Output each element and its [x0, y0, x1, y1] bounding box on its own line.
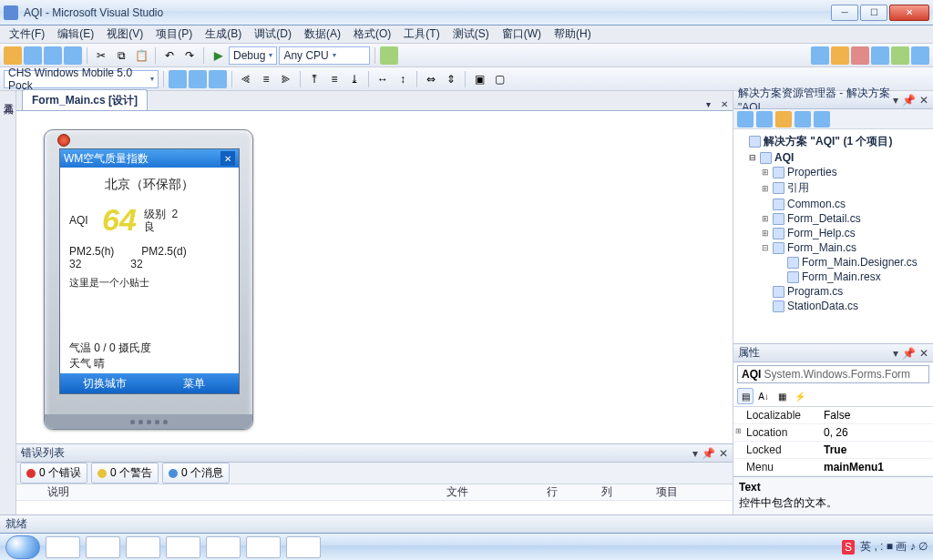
show-all-icon[interactable] [756, 111, 773, 127]
panel-dropdown-icon[interactable]: ▾ [893, 94, 898, 107]
softkey-right[interactable]: 菜单 [149, 373, 239, 393]
copy-icon[interactable]: ⧉ [112, 46, 130, 65]
cut-icon[interactable]: ✂ [92, 46, 110, 65]
tree-designer-cs[interactable]: Form_Main.Designer.cs [802, 256, 918, 269]
find-icon[interactable] [380, 46, 398, 65]
device-combo[interactable]: CHS Windows Mobile 5.0 Pock▾ [4, 70, 159, 88]
properties-grid[interactable]: LocalizableFalseLocation0, 26LockedTrueM… [733, 407, 933, 476]
view-code-icon[interactable] [795, 111, 811, 127]
config-combo[interactable]: Debug▾ [229, 46, 277, 65]
spacing-v-icon[interactable]: ↕ [394, 70, 412, 88]
property-row[interactable]: LockedTrue [733, 442, 933, 459]
redo-icon[interactable]: ↷ [180, 46, 199, 65]
taskbar-item[interactable] [46, 536, 80, 558]
taskbar-item[interactable] [126, 536, 160, 558]
close-button[interactable]: ✕ [889, 5, 929, 21]
spacing-h-icon[interactable]: ↔ [374, 70, 392, 88]
tb-icon-c[interactable] [851, 46, 869, 65]
menu-window[interactable]: 窗口(W) [497, 25, 547, 44]
maximize-button[interactable]: ☐ [860, 5, 887, 21]
ime-indicator-icon[interactable]: S [842, 540, 855, 555]
platform-combo[interactable]: Any CPU▾ [279, 46, 370, 65]
project-node[interactable]: AQI [774, 151, 794, 164]
panel-close-icon[interactable]: ✕ [919, 347, 928, 360]
layout-icon-2[interactable] [189, 70, 207, 88]
menu-debug[interactable]: 调试(D) [249, 25, 297, 44]
panel-pin-icon[interactable]: 📌 [902, 347, 916, 360]
tree-form-detail[interactable]: Form_Detail.cs [787, 212, 861, 225]
document-tab[interactable]: Form_Main.cs [设计] [22, 89, 148, 110]
categorized-icon[interactable]: ▤ [737, 388, 754, 404]
taskbar-item[interactable] [246, 536, 281, 558]
property-row[interactable]: MenumainMenu1 [733, 459, 933, 476]
start-button[interactable] [5, 535, 40, 559]
tree-program[interactable]: Program.cs [787, 285, 843, 298]
ime-status[interactable]: 英 , : ■ 画 ♪ ∅ [860, 539, 928, 555]
property-row[interactable]: LocalizableFalse [733, 407, 933, 424]
tree-resx[interactable]: Form_Main.resx [802, 270, 881, 283]
panel-pin-icon[interactable]: 📌 [702, 447, 715, 460]
taskbar-item[interactable] [86, 536, 120, 558]
tree-form-main[interactable]: Form_Main.cs [787, 241, 856, 254]
new-project-icon[interactable] [4, 46, 22, 65]
align-center-icon[interactable]: ≡ [257, 70, 275, 88]
tb-icon-f[interactable] [911, 46, 929, 65]
tree-properties[interactable]: Properties [787, 166, 837, 178]
property-value[interactable]: mainMenu1 [820, 459, 933, 475]
menu-project[interactable]: 项目(P) [150, 25, 198, 44]
taskbar-item[interactable] [286, 536, 321, 558]
menu-file[interactable]: 文件(F) [4, 25, 50, 44]
size-h-icon[interactable]: ⇕ [442, 70, 460, 88]
solution-root[interactable]: 解决方案 "AQI" (1 个项目) [764, 134, 892, 149]
menu-data[interactable]: 数据(A) [299, 25, 346, 44]
taskbar-item[interactable] [166, 536, 200, 558]
toolbox-collapsed[interactable]: 工具箱 [0, 91, 16, 514]
tb-icon-d[interactable] [871, 46, 889, 65]
menu-view[interactable]: 视图(V) [101, 25, 149, 44]
save-icon[interactable] [44, 46, 62, 65]
properties-page-icon[interactable]: ▦ [774, 388, 790, 404]
panel-dropdown-icon[interactable]: ▾ [692, 447, 698, 460]
form-designer-surface[interactable]: WM空气质量指数 ✕ 北京（环保部） AQI 64 级别 2 良 [16, 111, 733, 443]
tree-stationdata[interactable]: StationData.cs [787, 300, 858, 312]
view-designer-icon[interactable] [814, 111, 830, 127]
tab-close-icon[interactable]: ✕ [718, 97, 731, 110]
solution-tree[interactable]: 解决方案 "AQI" (1 个项目) ⊟AQI ⊞Properties ⊞引用 … [733, 129, 933, 343]
align-middle-icon[interactable]: ≡ [325, 70, 343, 88]
panel-close-icon[interactable]: ✕ [719, 447, 728, 460]
properties-object-combo[interactable]: AQI System.Windows.Forms.Form [737, 365, 929, 383]
menu-build[interactable]: 生成(B) [200, 25, 247, 44]
open-icon[interactable] [24, 46, 42, 65]
property-value[interactable]: True [820, 442, 933, 458]
warnings-tab[interactable]: 0 个警告 [91, 463, 159, 484]
tree-common[interactable]: Common.cs [787, 198, 846, 210]
softkey-left[interactable]: 切换城市 [60, 373, 149, 393]
align-right-icon[interactable]: ⫸ [277, 70, 295, 88]
tb-icon-a[interactable] [811, 46, 829, 65]
app-close-icon[interactable]: ✕ [220, 151, 235, 166]
size-w-icon[interactable]: ⇔ [422, 70, 440, 88]
layout-icon-3[interactable] [209, 70, 227, 88]
alphabetical-icon[interactable]: A↓ [755, 388, 772, 404]
minimize-button[interactable]: ─ [831, 5, 858, 21]
properties-icon[interactable] [737, 111, 754, 127]
tab-dropdown-icon[interactable]: ▾ [702, 97, 714, 110]
property-row[interactable]: Location0, 26 [733, 424, 933, 442]
order-back-icon[interactable]: ▢ [490, 70, 508, 88]
property-value[interactable]: False [820, 407, 933, 423]
tree-form-help[interactable]: Form_Help.cs [787, 227, 856, 239]
property-value[interactable]: 0, 26 [820, 424, 933, 441]
menu-format[interactable]: 格式(O) [348, 25, 396, 44]
align-top-icon[interactable]: ⤒ [305, 70, 323, 88]
tb-icon-e[interactable] [891, 46, 909, 65]
errors-tab[interactable]: 0 个错误 [20, 463, 87, 484]
menu-test[interactable]: 测试(S) [447, 25, 495, 44]
panel-close-icon[interactable]: ✕ [919, 94, 928, 107]
panel-pin-icon[interactable]: 📌 [902, 94, 916, 107]
layout-icon-1[interactable] [169, 70, 187, 88]
tree-references[interactable]: 引用 [787, 180, 809, 196]
menu-help[interactable]: 帮助(H) [549, 25, 597, 44]
save-all-icon[interactable] [64, 46, 82, 65]
taskbar-item[interactable] [206, 536, 241, 558]
menu-tools[interactable]: 工具(T) [398, 25, 445, 44]
